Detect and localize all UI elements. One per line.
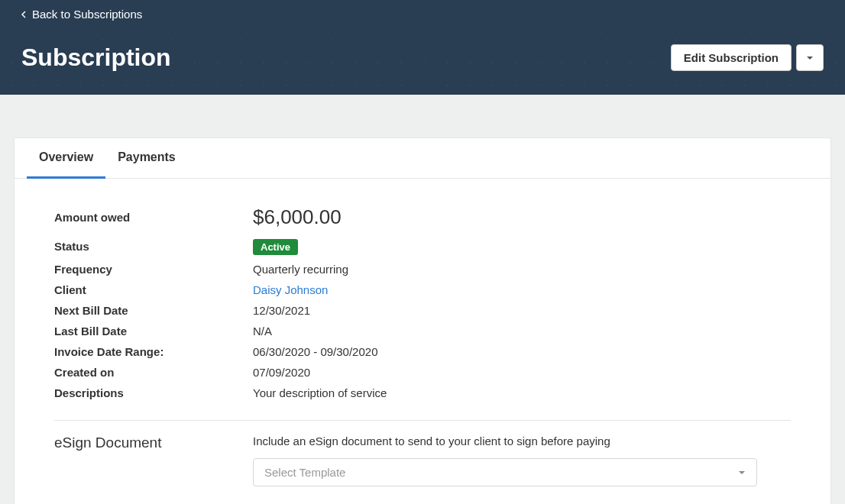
caret-down-icon bbox=[738, 470, 746, 475]
amount-owed-label: Amount owed bbox=[54, 211, 253, 224]
status-badge: Active bbox=[253, 239, 298, 255]
status-label: Status bbox=[54, 240, 253, 253]
invoice-date-range-value: 06/30/2020 - 09/30/2020 bbox=[253, 345, 377, 358]
back-link-label: Back to Subscriptions bbox=[32, 8, 142, 21]
invoice-date-range-label: Invoice Date Range: bbox=[54, 345, 253, 358]
last-bill-date-value: N/A bbox=[253, 325, 272, 338]
caret-down-icon bbox=[806, 56, 814, 60]
frequency-value: Quarterly recurring bbox=[253, 263, 348, 276]
amount-owed-value: $6,000.00 bbox=[253, 205, 342, 229]
esign-template-placeholder: Select Template bbox=[264, 466, 345, 479]
client-link[interactable]: Daisy Johnson bbox=[253, 283, 328, 296]
back-to-subscriptions-link[interactable]: Back to Subscriptions bbox=[0, 0, 163, 28]
edit-subscription-button[interactable]: Edit Subscription bbox=[671, 44, 792, 71]
created-on-label: Created on bbox=[54, 366, 253, 379]
tab-overview[interactable]: Overview bbox=[27, 138, 105, 179]
subscription-card: Overview Payments Amount owed $6,000.00 … bbox=[14, 137, 831, 504]
frequency-label: Frequency bbox=[54, 263, 253, 276]
created-on-value: 07/09/2020 bbox=[253, 366, 310, 379]
descriptions-value: Your description of service bbox=[253, 386, 387, 399]
esign-description: Include an eSign document to send to you… bbox=[253, 435, 791, 447]
next-bill-date-label: Next Bill Date bbox=[54, 304, 253, 317]
header-actions: Edit Subscription bbox=[671, 44, 824, 71]
divider bbox=[54, 420, 791, 421]
esign-section-title: eSign Document bbox=[54, 435, 253, 451]
tab-payments[interactable]: Payments bbox=[105, 138, 188, 179]
next-bill-date-value: 12/30/2021 bbox=[253, 304, 310, 317]
descriptions-label: Descriptions bbox=[54, 386, 253, 399]
more-actions-dropdown-button[interactable] bbox=[796, 44, 824, 71]
chevron-left-icon bbox=[21, 11, 26, 18]
overview-content: Amount owed $6,000.00 Status Active Freq… bbox=[15, 179, 830, 504]
last-bill-date-label: Last Bill Date bbox=[54, 325, 253, 338]
tabs: Overview Payments bbox=[15, 138, 830, 179]
esign-template-select[interactable]: Select Template bbox=[253, 458, 757, 486]
page-title: Subscription bbox=[21, 44, 171, 72]
client-label: Client bbox=[54, 283, 253, 296]
